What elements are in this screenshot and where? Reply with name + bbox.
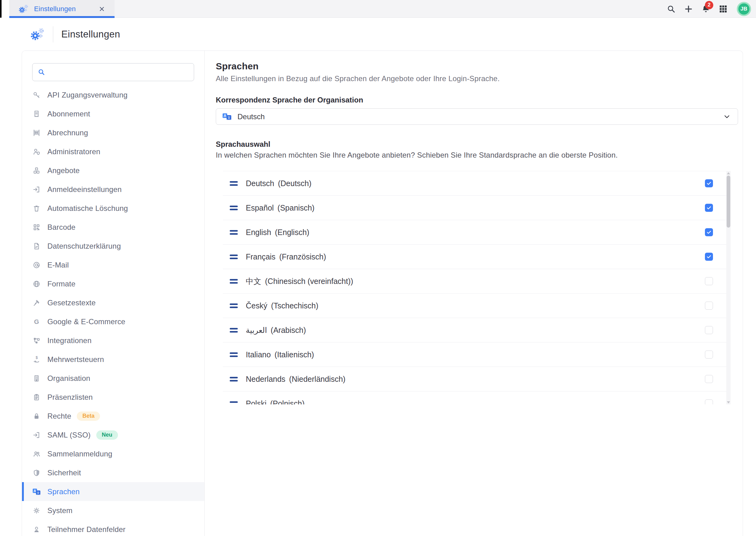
language-label: 中文(Chinesisch (vereinfacht)) — [246, 276, 353, 286]
shield-icon — [33, 469, 41, 477]
scrollbar-thumb[interactable] — [727, 176, 730, 228]
sidebar-item-label: SAML (SSO) — [48, 431, 91, 439]
sidebar-item-pr-senzlisten[interactable]: Präsenzlisten — [22, 388, 204, 407]
language-label: Deutsch(Deutsch) — [246, 179, 312, 188]
sidebar-item-integrationen[interactable]: Integrationen — [22, 331, 204, 350]
gear-icon — [32, 507, 41, 515]
language-checkbox[interactable] — [705, 302, 713, 310]
language-list: Deutsch(Deutsch)Español(Spanisch)English… — [223, 171, 731, 404]
language-checkbox[interactable] — [705, 375, 713, 383]
scroll-up-arrow-icon[interactable] — [727, 172, 730, 174]
sidebar-item-sammelanmeldung[interactable]: Sammelanmeldung — [22, 444, 204, 463]
sidebar-item-sprachen[interactable]: A文Sprachen — [22, 482, 204, 501]
drag-handle[interactable] — [230, 377, 238, 382]
sidebar-item-saml-sso-[interactable]: SAML (SSO)Neu — [22, 425, 204, 444]
sidebar-item-administratoren[interactable]: Administratoren — [22, 142, 204, 161]
scroll-down-arrow-icon[interactable] — [727, 401, 730, 403]
content-title: Sprachen — [216, 61, 743, 72]
nodes-icon — [32, 337, 41, 345]
language-checkbox[interactable] — [705, 326, 713, 334]
topbar-actions: 2 JB — [663, 0, 751, 17]
at-icon — [32, 261, 41, 269]
sidebar-item-google-e-commerce[interactable]: GGoogle & E-Commerce — [22, 312, 204, 331]
users-icon — [33, 450, 41, 458]
sidebar-item-formate[interactable]: Formate — [22, 274, 204, 293]
sidebar-item-gesetzestexte[interactable]: Gesetzestexte — [22, 293, 204, 312]
sidebar-item-datenschutzerkl-rung[interactable]: Datenschutzerklärung — [22, 237, 204, 255]
sidebar-search — [32, 63, 194, 81]
sidebar-item-e-mail[interactable]: E-Mail — [22, 255, 204, 274]
sidebar-item-organisation[interactable]: Organisation — [22, 369, 204, 388]
sidebar-item-angebote[interactable]: Angebote — [22, 161, 204, 180]
cubes-icon — [33, 167, 41, 175]
sidebar-item-label: API Zugangsverwaltung — [48, 91, 128, 99]
drag-handle[interactable] — [230, 401, 238, 405]
language-checkbox[interactable] — [705, 253, 713, 261]
document-icon — [33, 242, 41, 250]
trash-icon — [33, 204, 41, 213]
sidebar-item-anmeldeeinstellungen[interactable]: Anmeldeeinstellungen — [22, 180, 204, 199]
browser-tab-bar: Einstellungen 2 — [0, 0, 756, 17]
language-row: Français(Französisch) — [223, 245, 726, 269]
sidebar-item-system[interactable]: System — [22, 501, 204, 520]
language-checkbox[interactable] — [705, 351, 713, 358]
sidebar-item-label: Automatische Löschung — [48, 204, 128, 213]
app-header: Einstellungen — [0, 18, 756, 50]
sidebar-item-teilnehmer-datenfelder[interactable]: Teilnehmer Datenfelder — [22, 520, 204, 536]
language-label: Nederlands(Niederländisch) — [246, 375, 345, 384]
sidebar-item-mehrwertsteuern[interactable]: $Mehrwertsteuern — [22, 350, 204, 369]
sidebar-item-api-zugangsverwaltung[interactable]: API Zugangsverwaltung — [22, 85, 204, 104]
drag-handle[interactable] — [230, 328, 238, 333]
notifications-button[interactable]: 2 — [697, 0, 714, 17]
add-button[interactable] — [680, 0, 697, 17]
tab-einstellungen[interactable]: Einstellungen — [9, 0, 115, 17]
grid-icon — [718, 4, 728, 14]
translate-icon: A文 — [32, 487, 41, 496]
language-row: Español(Spanisch) — [223, 196, 726, 220]
sidebar-item-rechte[interactable]: RechteBeta — [22, 407, 204, 425]
sidebar-item-sicherheit[interactable]: Sicherheit — [22, 463, 204, 482]
shield-icon — [32, 469, 41, 477]
receipt-icon — [33, 110, 41, 118]
settings-sidebar: API ZugangsverwaltungAbonnementAbrechnun… — [22, 51, 205, 536]
main-content: Sprachen Alle Einstellungen in Bezug auf… — [205, 51, 743, 536]
language-checkbox[interactable] — [705, 277, 713, 285]
correspondence-language-select[interactable]: A 文 Deutsch — [216, 108, 738, 125]
language-checkbox[interactable] — [705, 204, 713, 212]
drag-handle[interactable] — [230, 279, 238, 284]
avatar[interactable]: JB — [737, 2, 751, 16]
language-checkbox[interactable] — [705, 399, 713, 404]
drag-handle[interactable] — [230, 352, 238, 357]
drag-handle[interactable] — [230, 181, 238, 186]
drag-handle[interactable] — [230, 230, 238, 235]
plus-icon — [684, 4, 693, 14]
sidebar-item-automatische-l-schung[interactable]: Automatische Löschung — [22, 199, 204, 218]
search-button[interactable] — [663, 0, 680, 17]
translate-icon: A文 — [32, 487, 41, 496]
language-selection-title: Sprachauswahl — [216, 140, 743, 149]
svg-text:G: G — [34, 318, 39, 325]
google-icon: G — [32, 318, 41, 326]
correspondence-language-label: Korrespondenz Sprache der Organisation — [216, 96, 743, 104]
apps-grid-button[interactable] — [714, 0, 732, 17]
tab-close-icon[interactable] — [97, 4, 107, 14]
login-icon — [32, 185, 41, 193]
language-row: Italiano(Italienisch) — [223, 343, 726, 367]
google-icon: G — [33, 318, 41, 326]
sidebar-search-input[interactable] — [46, 63, 194, 81]
language-row: Polski(Polnisch) — [223, 391, 726, 404]
sidebar-item-barcode[interactable]: Barcode — [22, 218, 204, 237]
language-checkbox[interactable] — [705, 228, 713, 236]
login-icon — [32, 431, 41, 439]
language-selection-description: In welchen Sprachen möchten Sie Ihre Ang… — [216, 151, 743, 159]
drag-handle[interactable] — [230, 206, 238, 210]
drag-handle[interactable] — [230, 254, 238, 259]
language-checkbox[interactable] — [705, 179, 713, 187]
language-rows: Deutsch(Deutsch)Español(Spanisch)English… — [223, 171, 726, 404]
list-scrollbar[interactable] — [726, 171, 731, 404]
language-label: Český(Tschechisch) — [246, 301, 318, 310]
sidebar-item-abrechnung[interactable]: Abrechnung — [22, 123, 204, 142]
sidebar-item-label: E-Mail — [48, 261, 69, 269]
drag-handle[interactable] — [230, 303, 238, 308]
sidebar-item-abonnement[interactable]: Abonnement — [22, 104, 204, 123]
